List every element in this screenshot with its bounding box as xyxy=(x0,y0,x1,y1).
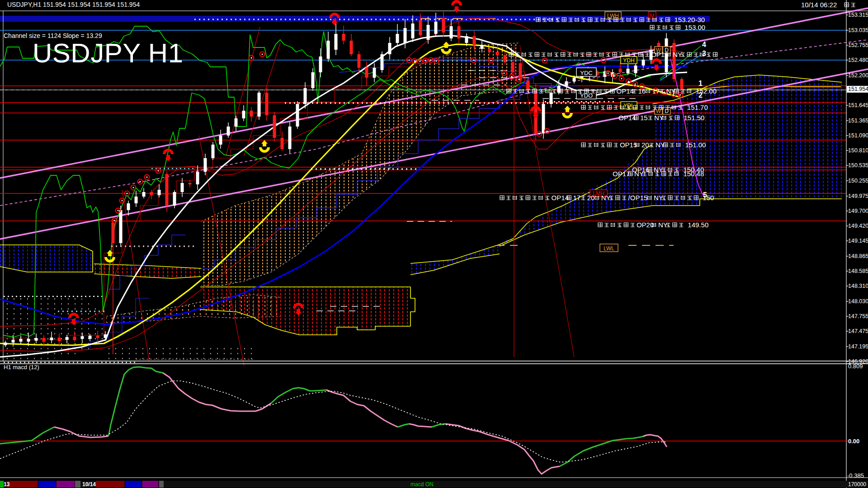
svg-text:151.090: 151.090 xyxy=(848,132,868,139)
svg-text:USDJPY H1: USDJPY H1 xyxy=(33,38,184,68)
svg-text:151.50: 151.50 xyxy=(684,114,705,122)
svg-text:YDC: YDC xyxy=(580,70,592,76)
svg-text:NY: NY xyxy=(601,194,611,202)
svg-text:0.00: 0.00 xyxy=(848,438,859,445)
svg-text:NY: NY xyxy=(654,114,664,122)
svg-text:148.585: 148.585 xyxy=(848,268,868,274)
svg-text:153.20-30: 153.20-30 xyxy=(675,16,705,23)
svg-text:152.200: 152.200 xyxy=(848,72,868,79)
svg-text:149.50: 149.50 xyxy=(688,221,708,229)
svg-text:147.195: 147.195 xyxy=(848,343,868,350)
svg-text:16: 16 xyxy=(638,87,646,95)
svg-text:NY: NY xyxy=(654,194,663,202)
svg-text:147.755: 147.755 xyxy=(848,313,868,319)
svg-text:152.00: 152.00 xyxy=(696,87,717,95)
svg-text:20: 20 xyxy=(587,194,595,202)
svg-text:OP15: OP15 xyxy=(620,141,637,149)
svg-text:YDH: YDH xyxy=(623,57,634,64)
svg-text:OP14: OP14 xyxy=(618,114,636,122)
svg-text:OP14: OP14 xyxy=(552,194,569,202)
svg-text:148.030: 148.030 xyxy=(848,298,868,305)
svg-text:148.865: 148.865 xyxy=(848,253,868,259)
svg-text:NY: NY xyxy=(634,170,644,178)
svg-text:10/14 06:22: 10/14 06:22 xyxy=(801,1,837,9)
svg-text:147.475: 147.475 xyxy=(848,328,868,334)
svg-text:150.48: 150.48 xyxy=(683,170,704,178)
svg-text:149.145: 149.145 xyxy=(848,238,868,244)
svg-text:17: 17 xyxy=(573,194,581,202)
svg-text:15: 15 xyxy=(640,114,648,122)
svg-text:150.535: 150.535 xyxy=(848,162,868,169)
svg-text:4: 4 xyxy=(702,41,706,48)
svg-text:macd ON: macd ON xyxy=(410,481,434,488)
svg-text:170000: 170000 xyxy=(848,481,866,488)
svg-text:17: 17 xyxy=(652,87,660,95)
svg-text:1: 1 xyxy=(698,80,703,87)
svg-text:OP17: OP17 xyxy=(613,170,630,178)
svg-text:NY: NY xyxy=(656,141,665,149)
svg-text:150: 150 xyxy=(703,194,714,202)
svg-text:152.480: 152.480 xyxy=(848,57,868,63)
svg-text:20: 20 xyxy=(642,141,649,149)
svg-text:M: M xyxy=(650,13,655,19)
svg-text:D: D xyxy=(665,108,669,114)
svg-text:H1 macd (12): H1 macd (12) xyxy=(4,364,39,371)
svg-text:153.035: 153.035 xyxy=(848,27,868,33)
svg-text:OP14: OP14 xyxy=(617,87,634,95)
svg-text:149.420: 149.420 xyxy=(848,223,868,229)
svg-text:151.954: 151.954 xyxy=(848,86,868,92)
svg-text:153.315: 153.315 xyxy=(848,12,868,18)
svg-text:0.809: 0.809 xyxy=(848,363,863,370)
svg-text:/OP15: /OP15 xyxy=(628,194,648,202)
svg-text:151.00: 151.00 xyxy=(685,141,706,149)
svg-text:NY: NY xyxy=(666,87,676,95)
svg-text:150.255: 150.255 xyxy=(848,178,868,184)
svg-text:NY: NY xyxy=(673,51,682,58)
svg-text:W: W xyxy=(656,108,661,114)
svg-text:LWL: LWL xyxy=(604,245,614,252)
svg-text:148.310: 148.310 xyxy=(848,283,868,289)
svg-text:NY: NY xyxy=(658,221,668,229)
svg-text:151.365: 151.365 xyxy=(848,117,868,124)
svg-text:-0.385: -0.385 xyxy=(847,472,864,479)
svg-text:150.810: 150.810 xyxy=(848,147,868,154)
svg-text:OP15: OP15 xyxy=(651,51,668,58)
svg-text:153.00: 153.00 xyxy=(684,23,705,31)
svg-text:USDJPY,H1 151.954 151.954 151: USDJPY,H1 151.954 151.954 151.954 151.95… xyxy=(7,1,140,8)
svg-text:149.975: 149.975 xyxy=(848,193,868,199)
svg-text:149.700: 149.700 xyxy=(848,208,868,214)
svg-text:151.645: 151.645 xyxy=(848,102,868,108)
svg-text:10/14: 10/14 xyxy=(82,481,96,488)
svg-text:13: 13 xyxy=(4,481,10,488)
svg-text:151.70: 151.70 xyxy=(687,103,708,111)
svg-text:OP20: OP20 xyxy=(637,221,654,229)
svg-text:152.755: 152.755 xyxy=(848,42,868,48)
